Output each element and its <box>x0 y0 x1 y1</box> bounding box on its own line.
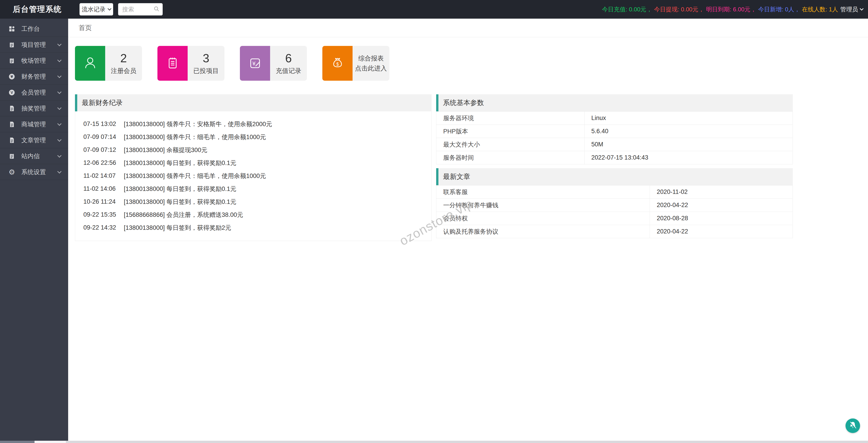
sidebar-item-members[interactable]: V 会员管理 <box>0 85 68 100</box>
card-registered-members[interactable]: 2 注册会员 <box>75 46 142 81</box>
search-box[interactable] <box>118 3 163 16</box>
svg-text:¥: ¥ <box>10 75 13 79</box>
horizontal-scrollbar[interactable] <box>0 441 868 443</box>
user-name: 管理员 <box>840 5 858 13</box>
stat-new-today: 今日新增: 0人， <box>758 5 800 13</box>
sidebar-item-label: 项目管理 <box>21 41 46 49</box>
list-item: 11-02 14:07[13800138000] 领养牛只：细毛羊，使用余额10… <box>75 169 431 182</box>
param-name: 服务器环境 <box>436 112 585 125</box>
scrollbar-thumb[interactable] <box>0 441 34 443</box>
sidebar-item-settings[interactable]: ⚙ 系统设置 <box>0 164 68 180</box>
card-value: 6 <box>285 52 292 65</box>
list-item: 09-22 14:32[13800138000] 每日签到，获得奖励2元 <box>75 221 431 234</box>
sidebar-item-finance[interactable]: ¥ 财务管理 <box>0 69 68 85</box>
record-time: 07-15 13:02 <box>83 120 118 127</box>
panel-header: 最新财务纪录 <box>75 94 432 111</box>
record-text: [13800138000] 每日签到，获得奖励2元 <box>124 224 231 232</box>
list-item: 10-26 11:24[13800138000] 每日签到，获得奖励0.1元 <box>75 195 431 208</box>
record-time: 07-09 07:14 <box>83 134 118 141</box>
article-title[interactable]: 会员特权 <box>436 212 650 225</box>
stat-online-users: 在线人数: 1人 <box>802 5 838 13</box>
admin-dashboard-page: 后台管理系统 流水记录 今日充值: 0.00元， 今日提现: 0.00元， 明日… <box>0 0 868 443</box>
vip-circle-icon: V <box>8 89 16 96</box>
record-text: [13800138000] 每日签到，获得奖励0.1元 <box>124 198 236 206</box>
record-text: [13800138000] 余额提现300元 <box>124 146 208 154</box>
record-time: 11-02 14:06 <box>83 185 118 192</box>
sidebar-menu: 工作台 项目管理 牧场管理 ¥ 财务管理 <box>0 19 68 180</box>
record-type-select[interactable]: 流水记录 <box>80 3 113 16</box>
gear-icon: ⚙ <box>8 169 16 176</box>
sidebar-item-label: 系统设置 <box>21 168 46 176</box>
top-header: 后台管理系统 流水记录 今日充值: 0.00元， 今日提现: 0.00元， 明日… <box>0 0 868 19</box>
scrollbar-track-segment <box>34 441 66 443</box>
sidebar: 工作台 项目管理 牧场管理 ¥ 财务管理 <box>0 19 68 441</box>
sidebar-item-label: 站内信 <box>21 152 40 160</box>
list-item: 11-02 14:06[13800138000] 每日签到，获得奖励0.1元 <box>75 182 431 195</box>
chevron-down-icon <box>860 7 864 11</box>
panel-header: 系统基本参数 <box>436 94 793 111</box>
user-menu[interactable]: 管理员 <box>840 5 863 13</box>
card-icon-box <box>75 46 105 81</box>
param-name: 服务器时间 <box>436 151 585 164</box>
list-item: 07-09 07:14[13800138000] 领养牛只：细毛羊，使用余额10… <box>75 130 431 143</box>
card-info: 2 注册会员 <box>105 46 142 81</box>
sidebar-item-mall[interactable]: 商城管理 <box>0 116 68 132</box>
param-value: 2022-07-15 13:04:43 <box>585 151 793 164</box>
record-text: [13800138000] 领养牛只：细毛羊，使用余额1000元 <box>124 133 266 141</box>
record-text: [15688668866] 会员注册，系统赠送38.00元 <box>124 211 243 219</box>
card-info: 3 已投项目 <box>188 46 224 81</box>
record-time: 11-02 14:07 <box>83 172 118 179</box>
sidebar-item-messages[interactable]: 站内信 <box>0 148 68 164</box>
card-label: 充值记录 <box>276 67 301 75</box>
card-invested-projects[interactable]: 3 已投项目 <box>157 46 224 81</box>
param-value: 50M <box>585 138 793 151</box>
table-row: 服务器时间2022-07-15 13:04:43 <box>436 151 793 164</box>
user-icon <box>83 56 98 71</box>
param-name: 最大文件大小 <box>436 138 585 151</box>
clipboard-icon <box>8 41 16 49</box>
search-icon[interactable] <box>153 5 160 13</box>
table-row: 联系客服2020-11-02 <box>436 185 793 199</box>
sidebar-item-label: 财务管理 <box>21 72 46 81</box>
record-time: 12-06 22:56 <box>83 159 118 167</box>
article-title[interactable]: 一分钟教何养牛赚钱 <box>436 199 650 212</box>
panel-header: 最新文章 <box>436 168 793 185</box>
document-icon <box>8 137 16 144</box>
panel-title: 最新财务纪录 <box>82 98 123 108</box>
notification-mute-button[interactable] <box>845 418 860 433</box>
sidebar-item-label: 会员管理 <box>21 88 46 97</box>
card-recharge-records[interactable]: ¥ 6 充值记录 <box>240 46 307 81</box>
sidebar-item-projects[interactable]: 项目管理 <box>0 37 68 53</box>
sidebar-item-pasture[interactable]: 牧场管理 <box>0 53 68 69</box>
yuan-edit-icon: ¥ <box>248 56 262 71</box>
document-icon <box>8 105 16 112</box>
sidebar-item-label: 工作台 <box>21 25 40 33</box>
sidebar-item-workbench[interactable]: 工作台 <box>0 21 68 37</box>
system-params-panel: 系统基本参数 服务器环境Linux PHP版本5.6.40 最大文件大小50M … <box>436 94 793 164</box>
card-icon-box <box>157 46 188 81</box>
chevron-down-icon <box>57 153 61 157</box>
chevron-down-icon <box>57 122 61 126</box>
record-time: 09-22 14:32 <box>83 224 118 231</box>
card-report-entry[interactable]: $ 综合报表 点击此进入 <box>322 46 390 81</box>
breadcrumb-bar: 首页 <box>68 19 868 37</box>
search-input[interactable] <box>122 6 150 13</box>
param-value: Linux <box>585 112 793 125</box>
table-row: PHP版本5.6.40 <box>436 125 793 138</box>
sidebar-item-articles[interactable]: 文章管理 <box>0 132 68 148</box>
breadcrumb[interactable]: 首页 <box>79 23 92 32</box>
card-info: 6 充值记录 <box>270 46 307 81</box>
panel-title: 系统基本参数 <box>443 98 484 108</box>
clipboard-icon <box>8 152 16 160</box>
record-text: [13800138000] 领养牛只：安格斯牛，使用余额2000元 <box>124 120 272 128</box>
article-title[interactable]: 认购及托养服务协议 <box>436 225 650 238</box>
chevron-down-icon <box>57 42 61 46</box>
sidebar-item-lottery[interactable]: 抽奖管理 <box>0 100 68 116</box>
money-bag-icon: $ <box>331 56 345 71</box>
list-item: 07-15 13:02[13800138000] 领养牛只：安格斯牛，使用余额2… <box>75 118 431 130</box>
record-time: 07-09 07:12 <box>83 146 118 153</box>
article-title[interactable]: 联系客服 <box>436 185 650 199</box>
card-icon-box: ¥ <box>240 46 270 81</box>
chevron-down-icon <box>57 90 61 94</box>
card-icon-box: $ <box>322 46 352 81</box>
